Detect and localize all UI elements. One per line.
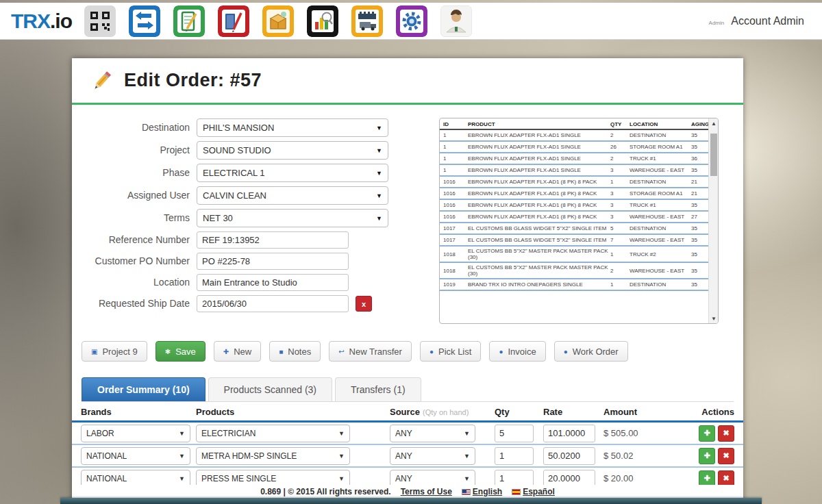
col-aging[interactable]: AGING [691,121,708,127]
plus-icon: ✚ [223,348,229,355]
col-id[interactable]: ID [443,121,466,127]
amount-value: $ 505.00 [603,428,679,438]
logo-io: .io [50,10,72,32]
lock-icon: ● [564,348,568,355]
x-icon: x [362,300,366,308]
qty-input[interactable] [495,425,534,442]
scrollbar-thumb[interactable] [710,134,717,176]
table-row[interactable]: 1016 EBROWN FLUX ADAPTER FLX-AD1 (8 PK) … [440,188,708,200]
rate-input[interactable] [543,447,595,465]
delete-line-button[interactable]: ✖ [718,448,734,464]
destination-select[interactable]: PHIL'S MANSION▼ [197,118,388,137]
product-value: METRA HDM-SP SINGLE [201,451,297,461]
english-link[interactable]: English [462,487,502,496]
destination-label: Destination [79,123,197,133]
scroll-down-icon[interactable]: ▼ [709,314,719,323]
cell-aging: 35 [691,281,708,288]
cell-id: 1017 [443,225,466,231]
cell-location: DESTINATION [630,179,690,185]
packages-icon[interactable] [262,5,294,37]
cell-location: TRUCK #2 [630,251,690,257]
app-logo[interactable]: TRX.io [11,10,72,33]
schedule-icon[interactable] [351,5,383,37]
tab-products-scanned[interactable]: Products Scanned (3) [208,377,332,401]
col-qty[interactable]: QTY [610,121,628,127]
cell-aging: 27 [691,214,708,220]
table-row[interactable]: 1018 EL CUSTOMS BB 5"X2" MASTER PACK MAS… [440,263,708,279]
button-label: New [234,346,251,357]
source-select[interactable]: ANY▼ [390,447,475,465]
terms-select[interactable]: NET 30▼ [197,209,388,227]
table-row[interactable]: 1016 EBROWN FLUX ADAPTER FLX-AD1 (8 PK) … [440,177,708,188]
assigned-user-label: Assigned User [79,190,197,201]
table-row[interactable]: 1 EBROWN FLUX ADAPTER FLX-AD1 SINGLE 3 W… [440,165,708,177]
table-row[interactable]: 1 EBROWN FLUX ADAPTER FLX-AD1 SINGLE 2 T… [440,153,708,165]
cell-id: 1019 [443,281,466,288]
clear-date-button[interactable]: x [356,296,372,312]
table-row[interactable]: 1018 EL CUSTOMS BB 5"X2" MASTER PACK MAS… [440,247,708,263]
pick-list-button[interactable]: ●Pick List [420,341,481,362]
add-line-button[interactable]: ✚ [699,470,715,487]
table-row[interactable]: 1 EBROWN FLUX ADAPTER FLX-AD1 SINGLE 2 D… [440,130,708,142]
transfers-icon[interactable] [129,5,160,37]
cell-location: WAREHOUSE - EAST [630,214,690,220]
project-9-button[interactable]: ▣Project 9 [82,341,147,362]
tab-transfers[interactable]: Transfers (1) [335,377,421,401]
account-menu[interactable]: Admin Account Admin [709,15,812,27]
scroll-up-icon[interactable]: ▲ [709,118,719,128]
cell-qty: 2 [610,155,628,162]
product-select[interactable]: METRA HDM-SP SINGLE▼ [196,447,350,465]
brand-select[interactable]: NATIONAL▼ [81,447,190,465]
col-product[interactable]: PRODUCT [468,121,609,127]
product-select[interactable]: ELECTRICIAN▼ [196,425,350,442]
table-row[interactable]: 1016 EBROWN FLUX ADAPTER FLX-AD1 (8 PK) … [440,200,708,212]
new-button[interactable]: ✚New [214,341,261,362]
orders-icon[interactable] [173,5,205,37]
delete-line-button[interactable]: ✖ [718,425,734,442]
tab-order-summary[interactable]: Order Summary (10) [82,377,206,401]
source-select[interactable]: ANY▼ [390,425,475,442]
cell-id: 1016 [443,202,466,208]
account-icon[interactable] [440,5,472,37]
table-row[interactable]: 1 EBROWN FLUX ADAPTER FLX-AD1 SINGLE 26 … [440,142,708,153]
cell-qty: 2 [610,268,628,274]
rate-input[interactable] [543,425,595,442]
scrollbar[interactable]: ▲ ▼ [708,118,718,323]
chevron-down-icon: ▼ [376,147,382,154]
save-button[interactable]: ✱Save [155,341,206,362]
col-location[interactable]: LOCATION [630,121,690,127]
qr-code-icon[interactable] [84,5,116,37]
spanish-link[interactable]: Español [512,487,555,496]
cell-qty: 3 [610,214,628,220]
add-line-button[interactable]: ✚ [699,448,715,464]
table-row[interactable]: 1017 EL CUSTOMS BB GLASS WIDGET 5"X2" SI… [440,235,708,247]
brand-select[interactable]: LABOR▼ [81,425,190,442]
invoice-button[interactable]: ●Invoice [489,341,545,362]
catalog-icon[interactable] [218,5,249,37]
project-select[interactable]: SOUND STUDIO▼ [197,141,388,160]
reference-number-input[interactable] [197,231,349,249]
reports-icon[interactable] [307,5,338,37]
customer-po-input[interactable] [197,253,349,270]
terms-of-use-link[interactable]: Terms of Use [401,487,452,496]
location-input[interactable] [197,274,349,291]
table-row[interactable]: 1019 BRAND TRX IO INTRO ONEPAGERS SINGLE… [440,279,708,291]
cell-qty: 2 [610,132,628,138]
table-row[interactable]: 1016 EBROWN FLUX ADAPTER FLX-AD1 (8 PK) … [440,212,708,223]
add-line-button[interactable]: ✚ [699,425,715,442]
work-order-button[interactable]: ●Work Order [554,341,628,362]
cell-aging: 35 [691,144,708,150]
col-amount: Amount [603,407,679,417]
qty-input[interactable] [495,447,534,465]
settings-icon[interactable] [396,5,427,37]
notes-button[interactable]: ■Notes [269,341,321,362]
new-transfer-button[interactable]: ↩New Transfer [329,341,412,362]
assigned-user-select[interactable]: CALVIN CLEAN▼ [197,186,388,205]
cell-location: WAREHOUSE - EAST [630,237,690,243]
ship-date-input[interactable] [197,295,349,312]
table-row[interactable]: 1017 EL CUSTOMS BB GLASS WIDGET 5"X2" SI… [440,223,708,235]
account-role-label: Admin [709,20,725,26]
phase-select[interactable]: ELECTRICAL 1▼ [197,164,388,182]
bottom-bar [60,498,762,504]
delete-line-button[interactable]: ✖ [718,470,734,487]
